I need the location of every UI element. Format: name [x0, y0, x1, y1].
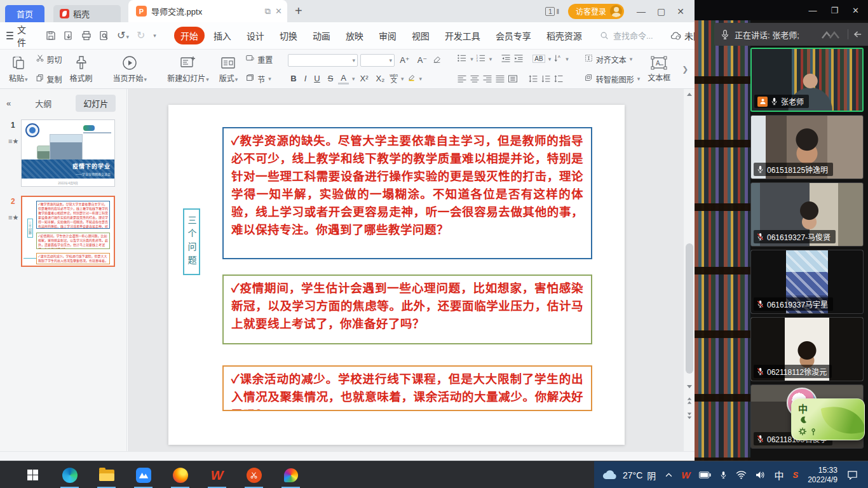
hidden-icons-chevron[interactable]	[661, 473, 677, 477]
phonetic-guide-button[interactable]: wén文	[390, 73, 398, 84]
participant-tile-1[interactable]: 张老师	[750, 48, 864, 112]
meeting-close-button[interactable]: ✕	[852, 6, 859, 15]
decrease-indent-icon[interactable]	[501, 54, 511, 64]
italic-button[interactable]: I	[302, 74, 309, 83]
highlight-icon[interactable]	[407, 74, 416, 84]
superscript-button[interactable]: X²	[358, 74, 371, 83]
sogou-input-icon[interactable]: S	[788, 470, 803, 480]
tab-slides[interactable]: 幻灯片	[76, 95, 116, 112]
taskbar-app-explorer[interactable]	[98, 461, 115, 488]
notification-center-icon[interactable]	[843, 470, 862, 480]
font-size-select[interactable]: ▾	[360, 54, 395, 67]
meeting-restore-button[interactable]: ❐	[831, 6, 838, 15]
bullet-list-icon[interactable]	[457, 54, 467, 64]
subscript-button[interactable]: X₂	[374, 74, 388, 83]
close-tab-icon[interactable]: ✕	[275, 7, 282, 15]
meeting-minimize-button[interactable]: —	[808, 6, 817, 15]
ribbon-expand-icon[interactable]: ❯	[679, 65, 691, 74]
taskbar-app-wps[interactable]: W	[208, 461, 226, 488]
font-color-button[interactable]: A	[338, 73, 349, 85]
format-painter-button[interactable]: 格式刷	[65, 52, 98, 86]
mic-tray-icon[interactable]	[715, 470, 731, 480]
participant-tile-2[interactable]: 061518125钟逸明	[750, 115, 864, 179]
slide-canvas[interactable]: 三个问题 ✓教学资源的缺失。尽管大学主要依靠自主学习，但是教师的指导必不可少，线…	[168, 105, 625, 445]
tab-document[interactable]: P 导师交流.pptx ⧉ ✕	[128, 0, 287, 22]
slide-layout-button[interactable]: 版式▾	[214, 52, 243, 86]
main-speaker-video[interactable]	[695, 20, 750, 461]
new-tab-button[interactable]: +	[295, 4, 302, 18]
wps-minimize-button[interactable]: —	[637, 6, 646, 17]
ribbon-tab-开始[interactable]: 开始	[174, 27, 205, 44]
cut-button[interactable]: 剪切	[36, 54, 62, 65]
new-slide-button[interactable]: 新建幻灯片▾	[162, 52, 214, 86]
reset-button[interactable]: 重置	[245, 54, 273, 65]
vertical-title-textbox[interactable]: 三个问题	[183, 208, 200, 275]
align-right-icon[interactable]	[482, 75, 492, 85]
previous-slide-button[interactable]	[684, 395, 695, 405]
ime-lang-indicator[interactable]: 中	[770, 468, 788, 482]
search-input[interactable]	[612, 30, 670, 41]
tab-docer[interactable]: 稻壳	[53, 5, 121, 22]
section-button[interactable]: 节▾	[245, 74, 273, 85]
textbox-activity-problems[interactable]: ✓课余活动的减少。学校进行线下课程，但是大大限制了学生的出入情况及聚集情况，也就…	[222, 365, 592, 411]
ribbon-tab-稻壳资源[interactable]: 稻壳资源	[540, 27, 588, 44]
ribbon-tab-设计[interactable]: 设计	[240, 27, 271, 44]
scroll-up-button[interactable]	[684, 89, 695, 99]
ribbon-tab-视图[interactable]: 视图	[405, 27, 436, 44]
ribbon-tab-开发工具[interactable]: 开发工具	[438, 27, 487, 44]
ime-popup[interactable]: 中	[791, 398, 865, 440]
align-center-icon[interactable]	[470, 75, 480, 85]
taskbar-app-firefox[interactable]	[172, 461, 189, 488]
scroll-down-button[interactable]	[684, 381, 695, 391]
font-family-select[interactable]: ▾	[288, 54, 358, 67]
clear-format-icon[interactable]	[432, 55, 442, 65]
scrollbar-thumb[interactable]	[686, 243, 693, 374]
weather-widget[interactable]: 27°C 阴	[594, 469, 661, 482]
increase-indent-icon[interactable]	[513, 54, 524, 64]
line-spacing-icon[interactable]	[528, 75, 538, 85]
play-from-current-button[interactable]: 当页开始▾	[108, 52, 153, 86]
taskbar-app-start[interactable]	[24, 461, 41, 488]
text-direction-button[interactable]: AB	[532, 55, 545, 63]
slide1-thumbnail[interactable]: 疫情下的学业 ——学业导师网络交流会 2022年4月9日	[21, 119, 115, 187]
wps-close-button[interactable]: ✕	[677, 6, 684, 17]
smart-graphic-button[interactable]: 转智能图形▾	[584, 74, 641, 85]
insert-textbox-button[interactable]: A 文本框	[642, 52, 675, 86]
increase-font-button[interactable]: A⁺	[397, 55, 412, 65]
paste-button[interactable]: 粘贴▾	[4, 52, 33, 86]
quickbar-more-icon[interactable]: ▾	[153, 32, 156, 39]
copy-button[interactable]: 复制	[36, 74, 62, 85]
para-spacing-icon[interactable]	[541, 75, 551, 85]
wifi-icon[interactable]	[731, 471, 751, 479]
decrease-font-button[interactable]: A⁻	[415, 55, 430, 65]
ribbon-tab-动画[interactable]: 动画	[306, 27, 337, 44]
slide2-thumbnail[interactable]: 三个问题 ✓教学资源的缺失。尽管大学主要依靠自主学习，但是教师的指导必不可少，线…	[21, 196, 115, 267]
line-height-icon[interactable]	[553, 75, 564, 85]
underline-button[interactable]: U	[311, 74, 322, 83]
taskbar-app-screenshot[interactable]	[245, 461, 262, 488]
textbox-psych-problems[interactable]: ✓疫情期间，学生估计会遇到一些心理问题，比如想家，害怕感染新冠，以及学习方面的焦…	[222, 274, 592, 344]
participant-tile-5[interactable]: 062118112徐浚元	[750, 317, 864, 381]
distribute-icon[interactable]	[508, 75, 518, 85]
next-slide-button[interactable]	[684, 410, 695, 421]
file-menu-button[interactable]: 文件	[6, 23, 29, 48]
ribbon-tab-会员专享[interactable]: 会员专享	[489, 27, 538, 44]
taskbar-clock[interactable]: 15:33 2022/4/9	[803, 466, 843, 485]
collapse-panel-icon[interactable]: «	[6, 98, 11, 108]
ribbon-tab-审阅[interactable]: 审阅	[372, 27, 403, 44]
justify-icon[interactable]	[495, 75, 505, 85]
command-search[interactable]	[600, 30, 670, 41]
save-icon[interactable]	[46, 30, 56, 41]
slide-edit-area[interactable]: 三个问题 ✓教学资源的缺失。尽管大学主要依靠自主学习，但是教师的指导必不可少，线…	[128, 89, 683, 451]
taskbar-app-meeting[interactable]	[135, 461, 152, 488]
volume-icon[interactable]	[751, 471, 770, 479]
export-icon[interactable]	[64, 30, 74, 41]
find-replace-icon[interactable]	[99, 30, 109, 41]
ribbon-tab-插入[interactable]: 插入	[207, 27, 238, 44]
sort-text-icon[interactable]: A	[553, 54, 562, 64]
participant-tile-4[interactable]: 061619337马宇星	[750, 250, 864, 314]
textbox-teaching-problems[interactable]: ✓教学资源的缺失。尽管大学主要依靠自主学习，但是教师的指导必不可少，线上教学和线…	[222, 127, 592, 259]
tab-home[interactable]: 首页	[5, 5, 44, 22]
print-icon[interactable]	[81, 30, 92, 41]
battery-icon[interactable]	[695, 471, 715, 478]
